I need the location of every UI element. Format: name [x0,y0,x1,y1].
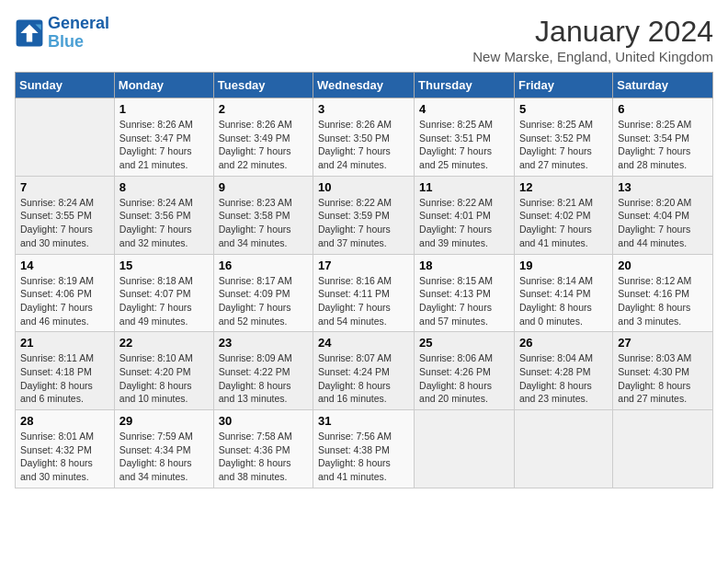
day-info: Sunrise: 8:25 AMSunset: 3:52 PMDaylight:… [519,118,608,172]
day-number: 9 [219,180,308,194]
day-info: Sunrise: 8:21 AMSunset: 4:02 PMDaylight:… [519,196,608,250]
day-number: 31 [318,414,409,428]
day-info: Sunrise: 8:23 AMSunset: 3:58 PMDaylight:… [219,196,308,250]
day-number: 1 [119,102,209,116]
day-number: 27 [618,336,708,350]
day-number: 30 [219,414,308,428]
calendar-cell: 23 Sunrise: 8:09 AMSunset: 4:22 PMDaylig… [213,332,313,410]
day-info: Sunrise: 8:19 AMSunset: 4:06 PMDaylight:… [20,274,109,328]
day-number: 23 [219,336,308,350]
day-info: Sunrise: 8:16 AMSunset: 4:11 PMDaylight:… [318,274,409,328]
weekday-header-friday: Friday [514,73,612,98]
weekday-header-saturday: Saturday [613,73,713,98]
day-info: Sunrise: 8:07 AMSunset: 4:24 PMDaylight:… [318,351,409,406]
day-info: Sunrise: 8:24 AMSunset: 3:56 PMDaylight:… [119,196,209,250]
calendar-cell: 28 Sunrise: 8:01 AMSunset: 4:32 PMDaylig… [16,410,115,488]
calendar-cell [16,98,115,177]
day-number: 26 [519,336,608,350]
calendar-cell: 25 Sunrise: 8:06 AMSunset: 4:26 PMDaylig… [415,332,515,410]
day-number: 18 [419,259,509,272]
weekday-header-tuesday: Tuesday [213,73,313,98]
day-info: Sunrise: 8:20 AMSunset: 4:04 PMDaylight:… [618,196,708,250]
calendar-cell: 27 Sunrise: 8:03 AMSunset: 4:30 PMDaylig… [613,332,713,410]
calendar-cell: 10 Sunrise: 8:22 AMSunset: 3:59 PMDaylig… [313,176,415,254]
day-info: Sunrise: 8:17 AMSunset: 4:09 PMDaylight:… [219,274,308,328]
page-header: General Blue January 2024 New Marske, En… [15,15,713,64]
day-info: Sunrise: 8:11 AMSunset: 4:18 PMDaylight:… [20,351,109,406]
day-number: 25 [419,336,509,350]
calendar-cell: 19 Sunrise: 8:14 AMSunset: 4:14 PMDaylig… [514,254,612,332]
day-number: 10 [318,180,409,194]
day-number: 11 [419,180,509,194]
logo-text: General Blue [48,15,109,52]
month-title: January 2024 [472,15,713,49]
calendar-cell: 13 Sunrise: 8:20 AMSunset: 4:04 PMDaylig… [613,176,713,254]
day-info: Sunrise: 8:18 AMSunset: 4:07 PMDaylight:… [119,274,209,328]
calendar-cell: 20 Sunrise: 8:12 AMSunset: 4:16 PMDaylig… [613,254,713,332]
calendar-cell: 8 Sunrise: 8:24 AMSunset: 3:56 PMDayligh… [114,176,213,254]
calendar-cell: 26 Sunrise: 8:04 AMSunset: 4:28 PMDaylig… [514,332,612,410]
day-info: Sunrise: 8:15 AMSunset: 4:13 PMDaylight:… [419,274,509,328]
day-info: Sunrise: 8:01 AMSunset: 4:32 PMDaylight:… [20,430,109,484]
day-number: 21 [20,336,109,350]
location-subtitle: New Marske, England, United Kingdom [472,49,713,64]
day-info: Sunrise: 8:26 AMSunset: 3:49 PMDaylight:… [219,118,308,172]
day-info: Sunrise: 8:25 AMSunset: 3:51 PMDaylight:… [419,118,509,172]
day-number: 14 [20,259,109,272]
day-number: 24 [318,336,409,350]
calendar-cell: 14 Sunrise: 8:19 AMSunset: 4:06 PMDaylig… [16,254,115,332]
day-number: 7 [20,180,109,194]
day-number: 6 [618,102,708,116]
calendar-table: SundayMondayTuesdayWednesdayThursdayFrid… [15,72,713,488]
calendar-cell: 1 Sunrise: 8:26 AMSunset: 3:47 PMDayligh… [114,98,213,177]
day-number: 4 [419,102,509,116]
calendar-week-row: 14 Sunrise: 8:19 AMSunset: 4:06 PMDaylig… [16,254,713,332]
day-number: 28 [20,414,109,428]
day-number: 3 [318,102,409,116]
day-number: 16 [219,259,308,272]
logo-icon [15,18,44,48]
calendar-cell: 18 Sunrise: 8:15 AMSunset: 4:13 PMDaylig… [415,254,515,332]
calendar-cell: 17 Sunrise: 8:16 AMSunset: 4:11 PMDaylig… [313,254,415,332]
calendar-cell: 2 Sunrise: 8:26 AMSunset: 3:49 PMDayligh… [213,98,313,177]
day-info: Sunrise: 7:56 AMSunset: 4:38 PMDaylight:… [318,430,409,484]
day-number: 8 [119,180,209,194]
weekday-header-row: SundayMondayTuesdayWednesdayThursdayFrid… [16,73,713,98]
day-number: 15 [119,259,209,272]
calendar-cell: 7 Sunrise: 8:24 AMSunset: 3:55 PMDayligh… [16,176,115,254]
weekday-header-wednesday: Wednesday [313,73,415,98]
day-number: 17 [318,259,409,272]
day-info: Sunrise: 8:03 AMSunset: 4:30 PMDaylight:… [618,351,708,406]
calendar-cell [415,410,515,488]
day-info: Sunrise: 8:06 AMSunset: 4:26 PMDaylight:… [419,351,509,406]
calendar-cell: 31 Sunrise: 7:56 AMSunset: 4:38 PMDaylig… [313,410,415,488]
day-info: Sunrise: 8:04 AMSunset: 4:28 PMDaylight:… [519,351,608,406]
weekday-header-thursday: Thursday [415,73,515,98]
day-number: 22 [119,336,209,350]
calendar-cell: 21 Sunrise: 8:11 AMSunset: 4:18 PMDaylig… [16,332,115,410]
calendar-cell: 16 Sunrise: 8:17 AMSunset: 4:09 PMDaylig… [213,254,313,332]
day-info: Sunrise: 8:26 AMSunset: 3:50 PMDaylight:… [318,118,409,172]
calendar-cell: 3 Sunrise: 8:26 AMSunset: 3:50 PMDayligh… [313,98,415,177]
day-info: Sunrise: 7:59 AMSunset: 4:34 PMDaylight:… [119,430,209,484]
calendar-week-row: 28 Sunrise: 8:01 AMSunset: 4:32 PMDaylig… [16,410,713,488]
day-number: 12 [519,180,608,194]
calendar-cell: 4 Sunrise: 8:25 AMSunset: 3:51 PMDayligh… [415,98,515,177]
day-number: 13 [618,180,708,194]
calendar-week-row: 21 Sunrise: 8:11 AMSunset: 4:18 PMDaylig… [16,332,713,410]
calendar-cell: 5 Sunrise: 8:25 AMSunset: 3:52 PMDayligh… [514,98,612,177]
day-info: Sunrise: 8:26 AMSunset: 3:47 PMDaylight:… [119,118,209,172]
day-number: 19 [519,259,608,272]
day-number: 5 [519,102,608,116]
logo: General Blue [15,15,109,52]
calendar-cell: 9 Sunrise: 8:23 AMSunset: 3:58 PMDayligh… [213,176,313,254]
calendar-week-row: 7 Sunrise: 8:24 AMSunset: 3:55 PMDayligh… [16,176,713,254]
calendar-cell: 15 Sunrise: 8:18 AMSunset: 4:07 PMDaylig… [114,254,213,332]
day-info: Sunrise: 8:14 AMSunset: 4:14 PMDaylight:… [519,274,608,328]
calendar-cell: 29 Sunrise: 7:59 AMSunset: 4:34 PMDaylig… [114,410,213,488]
calendar-cell: 12 Sunrise: 8:21 AMSunset: 4:02 PMDaylig… [514,176,612,254]
calendar-cell: 11 Sunrise: 8:22 AMSunset: 4:01 PMDaylig… [415,176,515,254]
day-info: Sunrise: 8:09 AMSunset: 4:22 PMDaylight:… [219,351,308,406]
calendar-cell [514,410,612,488]
calendar-cell: 30 Sunrise: 7:58 AMSunset: 4:36 PMDaylig… [213,410,313,488]
